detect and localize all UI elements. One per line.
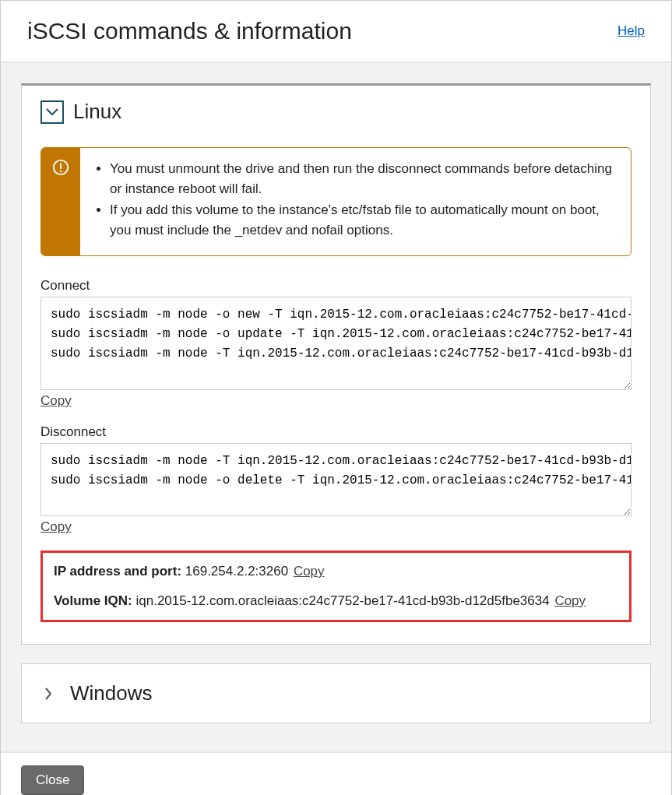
page-title: iSCSI commands & information — [27, 18, 352, 44]
dialog-body: Linux You must unmount the drive and the… — [1, 63, 671, 751]
connect-section: Connect sudo iscsiadm -m node -o new -T … — [40, 278, 632, 409]
disconnect-label: Disconnect — [40, 424, 632, 440]
dialog-footer: Close — [1, 751, 671, 795]
copy-connect-link[interactable]: Copy — [40, 393, 72, 409]
copy-ip-link[interactable]: Copy — [294, 564, 325, 579]
iqn-value: iqn.2015-12.com.oracleiaas:c24c7752-be17… — [135, 593, 549, 608]
warning-alert: You must unmount the drive and then run … — [40, 147, 632, 256]
copy-disconnect-link[interactable]: Copy — [40, 519, 72, 535]
windows-title: Windows — [70, 681, 152, 705]
linux-title: Linux — [73, 100, 121, 124]
alert-item: You must unmount the drive and then run … — [110, 159, 615, 199]
connect-commands[interactable]: sudo iscsiadm -m node -o new -T iqn.2015… — [40, 297, 632, 390]
warning-icon — [41, 148, 80, 255]
iqn-label: Volume IQN: — [54, 593, 135, 608]
iscsi-dialog: iSCSI commands & information Help Linux — [0, 0, 672, 795]
svg-point-2 — [60, 171, 62, 172]
copy-iqn-link[interactable]: Copy — [554, 593, 586, 608]
iqn-row: Volume IQN: iqn.2015-12.com.oracleiaas:c… — [54, 593, 618, 609]
linux-panel-header[interactable]: Linux — [22, 86, 650, 133]
chevron-down-icon[interactable] — [40, 100, 64, 124]
windows-panel: Windows — [21, 663, 651, 723]
linux-panel: Linux You must unmount the drive and the… — [21, 83, 651, 645]
alert-item: If you add this volume to the instance's… — [110, 200, 615, 240]
linux-panel-content: You must unmount the drive and then run … — [22, 133, 650, 644]
help-link[interactable]: Help — [617, 23, 645, 39]
connection-details-highlight: IP address and port: 169.254.2.2:3260 Co… — [40, 551, 632, 622]
dialog-header: iSCSI commands & information Help — [1, 1, 671, 63]
ip-port-label: IP address and port: — [54, 564, 185, 579]
chevron-right-icon[interactable] — [44, 686, 53, 702]
connect-label: Connect — [40, 278, 632, 294]
alert-body: You must unmount the drive and then run … — [80, 148, 631, 255]
windows-panel-header[interactable]: Windows — [22, 664, 650, 723]
ip-port-row: IP address and port: 169.254.2.2:3260 Co… — [54, 564, 618, 579]
ip-port-value: 169.254.2.2:3260 — [185, 564, 288, 579]
disconnect-section: Disconnect sudo iscsiadm -m node -T iqn.… — [40, 424, 632, 535]
close-button[interactable]: Close — [21, 765, 84, 795]
disconnect-commands[interactable]: sudo iscsiadm -m node -T iqn.2015-12.com… — [40, 443, 632, 516]
